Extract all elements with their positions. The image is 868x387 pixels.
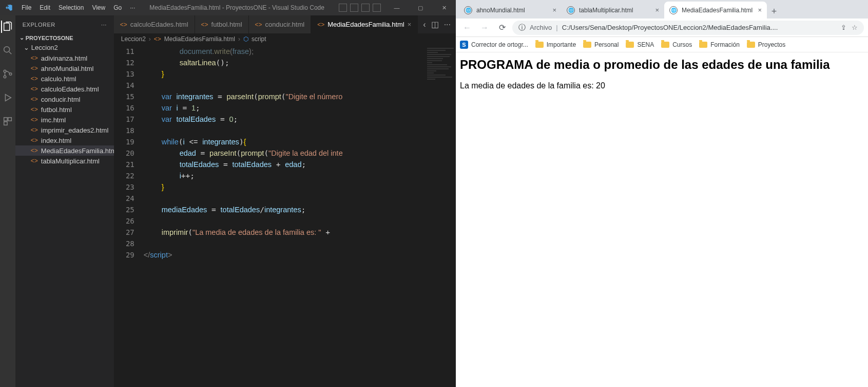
- globe-icon: 🌐: [669, 6, 678, 14]
- close-icon[interactable]: ×: [655, 6, 659, 14]
- editor-tab[interactable]: <>calculoEdades.html: [114, 15, 195, 33]
- browser-tabs: 🌐ahnoMundial.html×🌐tablaMultiplicar.html…: [456, 0, 868, 19]
- tab-label: conducir.html: [265, 21, 305, 28]
- folder-icon: [661, 42, 669, 48]
- info-icon[interactable]: ⓘ: [518, 23, 526, 32]
- split-editor-icon[interactable]: ◫: [431, 20, 439, 29]
- file-item[interactable]: <>calculo.html: [15, 73, 114, 84]
- file-item[interactable]: <>adivinanza.html: [15, 53, 114, 63]
- editor-tab[interactable]: <>conducir.html: [249, 15, 312, 33]
- layout-icon[interactable]: [350, 4, 358, 12]
- bookmark-item[interactable]: Importante: [535, 41, 576, 48]
- file-name: adivinanza.html: [41, 54, 87, 62]
- extensions-icon[interactable]: [2, 115, 14, 127]
- file-item[interactable]: <>imprimir_edades2.html: [15, 125, 114, 135]
- project-name: PROYECTOSONE: [26, 35, 73, 41]
- explorer-icon[interactable]: [1, 21, 13, 33]
- file-item[interactable]: <>imc.html: [15, 115, 114, 125]
- layout-controls[interactable]: [335, 4, 385, 12]
- layout-icon[interactable]: [339, 4, 347, 12]
- tab-label: futbol.html: [211, 21, 242, 28]
- chevron-down-icon: ⌄: [24, 44, 29, 51]
- file-item[interactable]: <>conducir.html: [15, 94, 114, 104]
- forward-button[interactable]: →: [477, 21, 492, 35]
- bookmark-item[interactable]: SCorrector de ortogr...: [460, 41, 528, 49]
- bookmark-item[interactable]: Proyectos: [747, 41, 785, 48]
- editor-tab[interactable]: <>futbol.html: [195, 15, 249, 33]
- share-icon[interactable]: ⇪: [841, 24, 846, 31]
- editor-tab[interactable]: <>MediaEdadesFamilia.html×: [311, 15, 418, 33]
- menu-more[interactable]: ···: [126, 4, 139, 11]
- close-icon[interactable]: ×: [552, 6, 556, 14]
- browser-tab[interactable]: 🌐ahnoMundial.html×: [459, 2, 562, 19]
- breadcrumb[interactable]: Leccion2 › <> MediaEdadesFamilia.html › …: [114, 33, 456, 45]
- layout-icon[interactable]: [373, 4, 381, 12]
- html-file-icon: <>: [31, 137, 38, 144]
- menu-go[interactable]: Go: [109, 4, 126, 11]
- explorer-more-icon[interactable]: ···: [101, 22, 107, 28]
- menu-selection[interactable]: Selection: [54, 4, 88, 11]
- code-token: edad: [180, 149, 196, 157]
- breadcrumb-segment[interactable]: Leccion2: [121, 35, 146, 43]
- folder-leccion2[interactable]: ⌄ Leccion2: [15, 42, 114, 53]
- bookmark-item[interactable]: SENA: [626, 41, 654, 48]
- folder-icon: [535, 42, 544, 48]
- project-root[interactable]: ⌄ PROYECTOSONE: [15, 33, 114, 42]
- bookmark-label: Importante: [547, 41, 576, 48]
- browser-tab[interactable]: 🌐MediaEdadesFamilia.html×: [664, 2, 767, 19]
- close-button[interactable]: ✕: [432, 0, 456, 15]
- file-item[interactable]: <>futbol.html: [15, 104, 114, 115]
- file-item[interactable]: <>MediaEdadesFamilia.html: [15, 145, 114, 156]
- file-item[interactable]: <>tablaMultiplicar.html: [15, 156, 114, 166]
- maximize-button[interactable]: ▢: [409, 0, 432, 15]
- file-name: futbol.html: [41, 106, 72, 114]
- tab-title: tablaMultiplicar.html: [579, 7, 651, 14]
- breadcrumb-segment[interactable]: MediaEdadesFamilia.html: [164, 35, 235, 43]
- breadcrumb-segment[interactable]: script: [252, 35, 266, 43]
- reload-button[interactable]: ⟳: [495, 21, 509, 35]
- bookmark-item[interactable]: Personal: [583, 41, 619, 48]
- layout-icon[interactable]: [361, 4, 370, 12]
- explorer-label: EXPLORER: [23, 22, 55, 28]
- code-token: document: [180, 47, 213, 56]
- url-text: C:/Users/Sena/Desktop/ProyectosONE/Lecci…: [562, 24, 837, 31]
- vscode-window: File Edit Selection View Go ··· MediaEda…: [0, 0, 456, 387]
- editor-tabs: <>calculoEdades.html<>futbol.html<>condu…: [114, 15, 456, 33]
- code-token: while: [162, 138, 179, 146]
- editor-area: <>calculoEdades.html<>futbol.html<>condu…: [114, 15, 456, 387]
- chevron-left-icon[interactable]: ‹: [423, 20, 426, 29]
- file-item[interactable]: <>ahnoMundial.html: [15, 63, 114, 73]
- script-icon: ⬡: [243, 35, 248, 43]
- source-control-icon[interactable]: [2, 68, 14, 80]
- close-icon[interactable]: ×: [758, 6, 762, 14]
- code-editor[interactable]: document.write(frase); saltarLinea(); } …: [144, 45, 425, 387]
- file-item[interactable]: <>index.html: [15, 135, 114, 145]
- close-icon[interactable]: ×: [408, 21, 412, 28]
- bookmark-item[interactable]: Cursos: [661, 41, 692, 48]
- file-item[interactable]: <>calculoEdades.html: [15, 84, 114, 94]
- menu-view[interactable]: View: [88, 4, 109, 11]
- code-token: write: [214, 47, 230, 56]
- file-name: imprimir_edades2.html: [41, 126, 109, 134]
- code-token: mediaEdades: [162, 206, 207, 214]
- new-tab-button[interactable]: +: [767, 4, 781, 19]
- file-name: calculo.html: [41, 75, 76, 83]
- minimap[interactable]: [425, 45, 456, 387]
- omnibox[interactable]: ⓘ Archivo | C:/Users/Sena/Desktop/Proyec…: [512, 21, 864, 35]
- menu-edit[interactable]: Edit: [35, 4, 54, 11]
- star-icon[interactable]: ☆: [852, 24, 858, 31]
- page-heading: PROGRAMA de media o promedio de las edad…: [460, 58, 864, 72]
- folder-icon: [699, 42, 707, 48]
- browser-tab[interactable]: 🌐tablaMultiplicar.html×: [562, 2, 664, 19]
- minimize-button[interactable]: —: [385, 0, 409, 15]
- more-icon[interactable]: ···: [444, 20, 451, 29]
- run-debug-icon[interactable]: [2, 91, 14, 104]
- bookmark-item[interactable]: Formación: [699, 41, 740, 48]
- search-icon[interactable]: [2, 44, 14, 57]
- tab-title: ahnoMundial.html: [476, 7, 548, 14]
- svg-rect-4: [4, 118, 7, 121]
- menu-file[interactable]: File: [17, 4, 35, 11]
- back-button[interactable]: ←: [460, 21, 474, 35]
- bookmark-label: Personal: [594, 41, 619, 48]
- vscode-logo-icon: [0, 4, 17, 12]
